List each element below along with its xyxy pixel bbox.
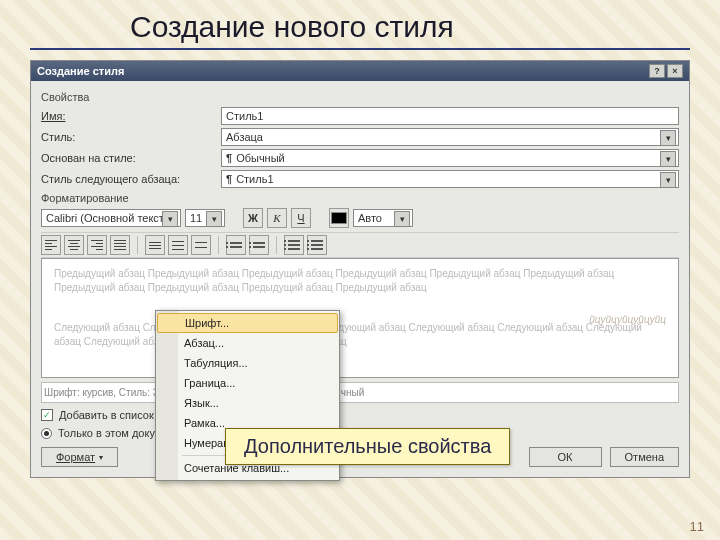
callout-additional-properties: Дополнительные свойства [225,428,510,465]
menu-item-language[interactable]: Язык... [156,393,339,413]
format-button[interactable]: Формат▾ [41,447,118,467]
menu-item-paragraph[interactable]: Абзац... [156,333,339,353]
increase-space-before-button[interactable] [226,235,246,255]
increase-indent-button[interactable] [307,235,327,255]
underline-button[interactable]: Ч [291,208,311,228]
ok-button[interactable]: ОК [529,447,602,467]
close-button[interactable]: × [667,64,683,78]
decrease-indent-button[interactable] [284,235,304,255]
font-color-combo[interactable]: Авто [353,209,413,227]
style-preview: Предыдущий абзац Предыдущий абзац Предыд… [41,258,679,378]
based-on-combo[interactable]: ¶Обычный [221,149,679,167]
style-type-label: Стиль: [41,131,221,143]
only-this-doc-radio[interactable] [41,428,52,439]
name-input[interactable]: Стиль1 [221,107,679,125]
slide-title: Создание нового стиля [30,0,690,50]
create-style-dialog: Создание стиля ? × Свойства Имя: Стиль1 … [30,60,690,478]
based-on-label: Основан на стиле: [41,152,221,164]
page-number: 11 [690,519,704,534]
next-style-combo[interactable]: ¶Стиль1 [221,170,679,188]
preview-sample-text: йцуйцуйцуйцуйц [589,313,666,327]
align-left-button[interactable] [41,235,61,255]
dialog-titlebar: Создание стиля ? × [31,61,689,81]
line-spacing-15-button[interactable] [168,235,188,255]
dialog-title-text: Создание стиля [37,65,124,77]
style-type-combo[interactable]: Абзаца [221,128,679,146]
preview-prev-text: Предыдущий абзац Предыдущий абзац Предыд… [54,267,666,295]
decrease-space-before-button[interactable] [249,235,269,255]
help-button[interactable]: ? [649,64,665,78]
properties-section-label: Свойства [41,91,679,103]
pilcrow-icon: ¶ [226,152,232,164]
font-name-combo[interactable]: Calibri (Основной текст) [41,209,181,227]
next-style-label: Стиль следующего абзаца: [41,173,221,185]
cancel-button[interactable]: Отмена [610,447,679,467]
name-label: Имя: [41,110,221,122]
paragraph-toolbar [41,232,679,258]
add-quickstyle-checkbox[interactable]: ✓ [41,409,53,421]
pilcrow-icon: ¶ [226,173,232,185]
align-justify-button[interactable] [110,235,130,255]
style-summary: Шрифт: курсив, Стиль: Экспресс-стиль, Ос… [41,382,679,403]
formatting-section-label: Форматирование [41,192,679,204]
line-spacing-2-button[interactable] [191,235,211,255]
font-size-combo[interactable]: 11 [185,209,225,227]
menu-item-tabs[interactable]: Табуляция... [156,353,339,373]
line-spacing-1-button[interactable] [145,235,165,255]
menu-item-border[interactable]: Граница... [156,373,339,393]
font-color-swatch[interactable] [329,208,349,228]
bold-button[interactable]: Ж [243,208,263,228]
align-center-button[interactable] [64,235,84,255]
menu-item-font[interactable]: Шрифт... [157,313,338,333]
italic-button[interactable]: К [267,208,287,228]
align-right-button[interactable] [87,235,107,255]
preview-next-text: Следующий абзац Следующий абзац Следующи… [54,321,666,349]
chevron-down-icon: ▾ [99,453,103,462]
